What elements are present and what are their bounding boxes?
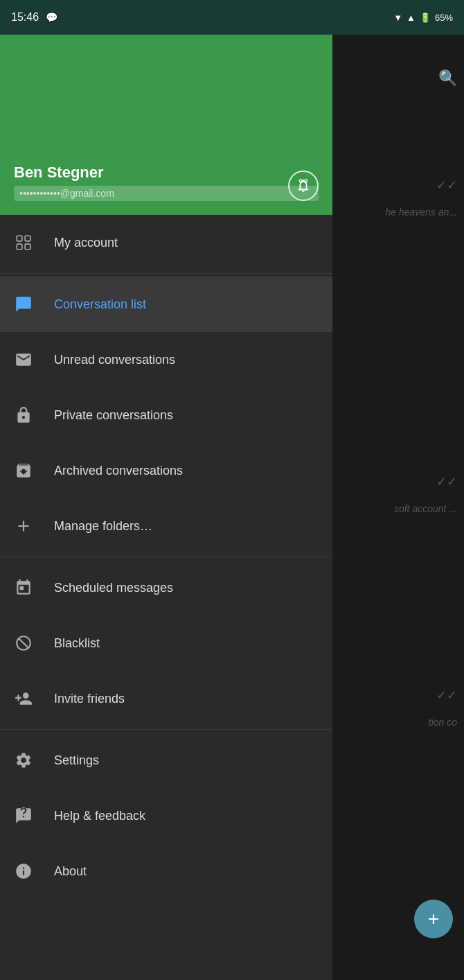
block-icon (14, 633, 33, 653)
side-text-3: tion co (429, 717, 457, 728)
main-content-bg: 🔍 ✓✓ he heavens an... ✓✓ soft account ..… (332, 35, 464, 980)
check-mark-1: ✓✓ (436, 177, 457, 193)
svg-rect-4 (17, 244, 22, 250)
sidebar-item-my-account[interactable]: My account (0, 215, 332, 270)
my-account-label: My account (54, 236, 118, 250)
drawer-header: Ben Stegner ••••••••••••@gmail.com (0, 35, 332, 215)
private-conversations-label: Private conversations (54, 408, 173, 423)
navigation-drawer: Ben Stegner ••••••••••••@gmail.com My ac… (0, 35, 332, 980)
sidebar-item-blacklist[interactable]: Blacklist (0, 615, 332, 671)
help-feedback-label: Help & feedback (54, 809, 145, 823)
divider-3 (0, 729, 332, 730)
sidebar-item-unread-conversations[interactable]: Unread conversations (0, 332, 332, 387)
chat-status-icon: 💬 (46, 12, 57, 23)
invite-friends-label: Invite friends (54, 692, 125, 706)
sidebar-item-conversation-list[interactable]: Conversation list (0, 277, 332, 332)
conversation-list-icon (14, 295, 33, 314)
blacklist-label: Blacklist (54, 636, 100, 651)
lock-icon (14, 405, 33, 425)
sidebar-item-scheduled-messages[interactable]: Scheduled messages (0, 560, 332, 615)
fab-compose-button[interactable]: + (414, 900, 453, 938)
side-text-1: he heavens an... (385, 207, 457, 218)
svg-rect-3 (25, 236, 30, 241)
sidebar-item-manage-folders[interactable]: Manage folders… (0, 498, 332, 554)
svg-point-1 (305, 180, 307, 182)
person-add-icon (14, 689, 33, 708)
about-label: About (54, 864, 87, 879)
alarm-icon[interactable] (288, 170, 319, 201)
sidebar-item-about[interactable]: About (0, 843, 332, 899)
svg-rect-2 (17, 236, 22, 241)
signal-icon: ▲ (407, 12, 416, 23)
check-mark-2: ✓✓ (436, 474, 457, 489)
archive-icon (14, 461, 33, 480)
plus-icon (14, 516, 33, 536)
sidebar-item-help-feedback[interactable]: Help & feedback (0, 788, 332, 843)
svg-point-0 (300, 180, 303, 182)
account-icon (14, 233, 33, 252)
status-bar-right: ▼ ▲ 🔋 65% (393, 12, 453, 23)
profile-email: ••••••••••••@gmail.com (14, 186, 319, 201)
help-icon (14, 806, 33, 825)
settings-label: Settings (54, 753, 99, 768)
unread-icon (14, 350, 33, 369)
sidebar-item-settings[interactable]: Settings (0, 733, 332, 788)
sidebar-item-archived-conversations[interactable]: Archived conversations (0, 443, 332, 498)
sidebar-item-private-conversations[interactable]: Private conversations (0, 387, 332, 443)
manage-folders-label: Manage folders… (54, 519, 152, 534)
battery-percent: 65% (435, 12, 453, 23)
profile-name: Ben Stegner (14, 164, 319, 182)
conversation-list-label: Conversation list (54, 297, 146, 312)
check-mark-3: ✓✓ (436, 688, 457, 703)
archived-conversations-label: Archived conversations (54, 464, 183, 478)
unread-conversations-label: Unread conversations (54, 353, 175, 367)
divider-2 (0, 557, 332, 557)
search-icon[interactable]: 🔍 (438, 69, 457, 87)
menu-section: My account Conversation list Unread conv… (0, 215, 332, 980)
status-bar: 15:46 💬 ▼ ▲ 🔋 65% (0, 0, 464, 35)
calendar-icon (14, 578, 33, 597)
wifi-icon: ▼ (393, 12, 402, 23)
svg-rect-5 (25, 244, 30, 250)
sidebar-item-invite-friends[interactable]: Invite friends (0, 671, 332, 726)
divider-1 (0, 273, 332, 274)
fab-plus-icon: + (428, 908, 439, 930)
status-bar-left: 15:46 💬 (11, 11, 57, 24)
info-icon (14, 861, 33, 881)
status-time: 15:46 (11, 11, 39, 24)
side-text-2: soft account ... (394, 503, 457, 514)
scheduled-messages-label: Scheduled messages (54, 581, 173, 595)
gear-icon (14, 751, 33, 770)
battery-icon: 🔋 (420, 12, 431, 23)
